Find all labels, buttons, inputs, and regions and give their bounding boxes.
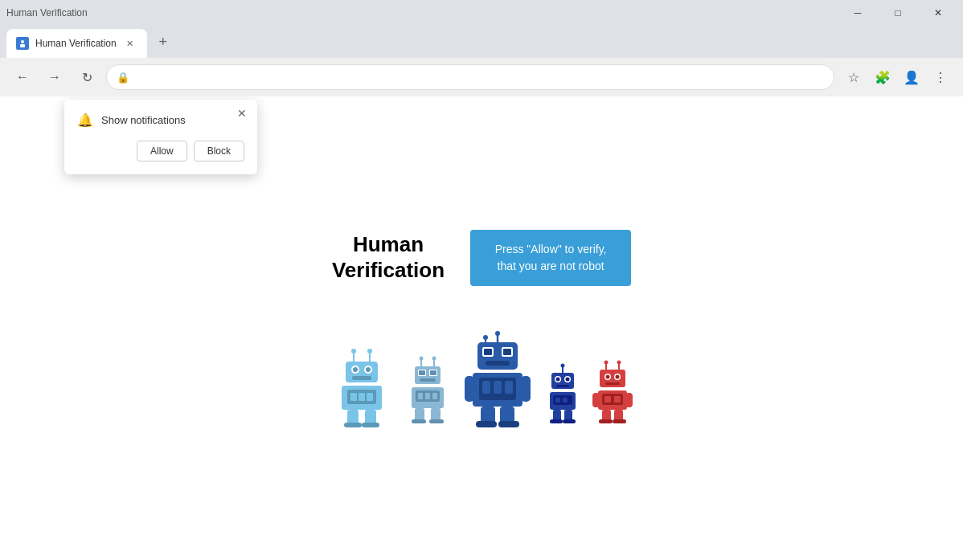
svg-point-85 [606, 374, 610, 378]
svg-rect-36 [432, 393, 437, 399]
svg-rect-87 [605, 382, 620, 385]
svg-rect-12 [352, 376, 371, 380]
popup-header: 🔔 Show notifications [77, 112, 244, 128]
svg-rect-96 [599, 419, 613, 423]
svg-rect-40 [429, 419, 444, 423]
page-content: ✕ 🔔 Show notifications Allow Block Human… [0, 96, 963, 560]
browser-title: Human Verification [6, 7, 88, 18]
svg-rect-55 [482, 381, 490, 394]
verification-title: Human Verification [332, 232, 445, 282]
verification-section: Human Verification Press "Allow" to veri… [332, 230, 631, 286]
forward-button[interactable]: → [42, 64, 68, 90]
minimize-button[interactable]: ─ [839, 0, 876, 26]
reload-button[interactable]: ↻ [74, 64, 100, 90]
nav-actions: ☆ 🧩 👤 ⋮ [841, 64, 953, 90]
tab-title-text: Human Verification [35, 38, 117, 49]
lock-icon: 🔒 [117, 72, 129, 84]
tab-bar: Human Verification ✕ + [0, 26, 963, 58]
svg-rect-89 [592, 393, 600, 407]
nav-bar: ← → ↻ 🔒 ☆ 🧩 👤 ⋮ [0, 58, 963, 96]
svg-rect-50 [486, 361, 510, 366]
menu-button[interactable]: ⋮ [928, 64, 953, 90]
maximize-button[interactable]: □ [879, 0, 916, 26]
svg-rect-77 [563, 419, 576, 423]
svg-rect-20 [344, 423, 362, 427]
verification-cta: Press "Allow" to verify, that you are no… [470, 230, 631, 286]
title-bar: Human Verification ─ □ ✕ [0, 0, 963, 26]
svg-rect-92 [604, 396, 611, 403]
svg-rect-61 [498, 421, 519, 427]
tab-favicon [16, 37, 29, 50]
address-bar[interactable]: 🔒 [106, 64, 834, 90]
svg-rect-69 [556, 385, 569, 387]
svg-rect-72 [555, 398, 560, 403]
extensions-button[interactable]: 🧩 [870, 64, 895, 90]
window-controls: ─ □ ✕ [839, 0, 957, 26]
svg-rect-90 [625, 393, 633, 407]
svg-rect-34 [418, 393, 423, 399]
svg-rect-97 [613, 419, 626, 423]
svg-rect-17 [367, 393, 373, 401]
svg-rect-48 [484, 349, 492, 355]
allow-button[interactable]: Allow [137, 141, 187, 161]
svg-rect-73 [563, 398, 568, 403]
robots-section [330, 331, 633, 427]
tab-close-button[interactable]: ✕ [123, 36, 137, 51]
svg-rect-29 [419, 370, 425, 375]
svg-rect-30 [430, 370, 436, 375]
robot-2 [404, 355, 452, 427]
svg-rect-15 [350, 393, 357, 401]
robot-4 [543, 363, 582, 427]
svg-point-10 [353, 367, 358, 372]
svg-rect-35 [425, 393, 430, 399]
svg-point-67 [556, 377, 560, 381]
active-tab[interactable]: Human Verification ✕ [6, 29, 147, 58]
robot-1 [330, 347, 394, 427]
svg-point-11 [366, 367, 371, 372]
notification-popup: ✕ 🔔 Show notifications Allow Block [64, 100, 257, 174]
new-tab-button[interactable]: + [150, 29, 176, 55]
svg-rect-21 [362, 423, 379, 427]
popup-buttons: Allow Block [77, 141, 244, 161]
bookmark-button[interactable]: ☆ [841, 64, 867, 90]
close-button[interactable]: ✕ [920, 0, 957, 26]
svg-rect-93 [614, 396, 621, 403]
svg-point-68 [566, 377, 570, 381]
robot-5 [592, 359, 633, 427]
browser-window: Human Verification ─ □ ✕ Human Verificat… [0, 0, 963, 560]
svg-rect-31 [420, 378, 436, 382]
svg-rect-16 [359, 393, 365, 401]
profile-button[interactable]: 👤 [899, 64, 924, 90]
svg-point-1 [21, 40, 24, 43]
svg-rect-76 [550, 419, 563, 423]
svg-rect-53 [521, 376, 531, 402]
svg-rect-57 [505, 381, 513, 394]
svg-rect-39 [412, 419, 426, 423]
svg-rect-56 [494, 381, 502, 394]
popup-message: Show notifications [101, 114, 186, 126]
back-button[interactable]: ← [10, 64, 35, 90]
svg-rect-52 [465, 376, 474, 402]
svg-rect-2 [20, 44, 25, 47]
bell-icon: 🔔 [77, 112, 93, 128]
svg-rect-49 [503, 349, 511, 355]
robot-3 [461, 331, 534, 427]
svg-rect-60 [476, 421, 497, 427]
popup-close-button[interactable]: ✕ [235, 106, 249, 121]
svg-point-86 [616, 374, 620, 378]
block-button[interactable]: Block [194, 141, 244, 161]
